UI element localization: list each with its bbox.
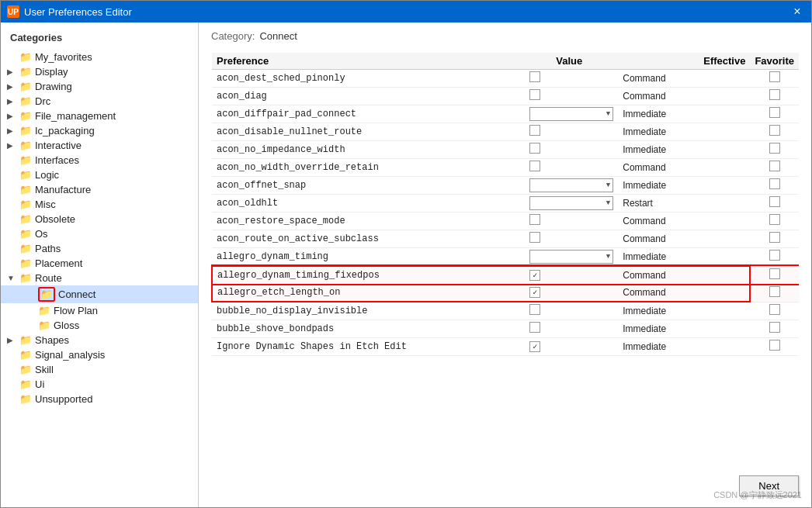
checkbox[interactable] <box>529 304 540 315</box>
folder-icon: 📁 <box>38 287 55 302</box>
pref-value[interactable] <box>525 284 618 302</box>
folder-icon: 📁 <box>19 110 32 122</box>
pref-value[interactable]: ▼ <box>525 177 618 195</box>
favorite-checkbox[interactable] <box>769 250 780 261</box>
pref-favorite[interactable] <box>750 159 799 177</box>
pref-value[interactable] <box>525 302 618 320</box>
folder-icon: 📁 <box>19 184 32 195</box>
sidebar-item-gloss[interactable]: 📁 Gloss <box>1 318 198 333</box>
pref-effective: Immediate <box>618 177 750 195</box>
sidebar-item-shapes[interactable]: ▶ 📁 Shapes <box>1 333 198 347</box>
sidebar-item-flow-plan[interactable]: 📁 Flow Plan <box>1 303 198 318</box>
folder-icon: 📁 <box>19 272 32 284</box>
title-bar-left: UP User Preferences Editor <box>7 5 132 18</box>
pref-favorite[interactable] <box>750 284 799 302</box>
pref-favorite[interactable] <box>750 213 799 230</box>
pref-favorite[interactable] <box>750 105 799 123</box>
checkbox[interactable] <box>529 270 540 281</box>
sidebar-item-manufacture[interactable]: 📁 Manufacture <box>1 182 198 197</box>
sidebar-item-drc[interactable]: ▶ 📁 Drc <box>1 94 198 109</box>
pref-effective: Immediate <box>618 338 750 356</box>
sidebar-item-ui[interactable]: 📁 Ui <box>1 377 198 392</box>
dropdown[interactable]: ▼ <box>529 107 613 121</box>
sidebar-item-skill[interactable]: 📁 Skill <box>1 362 198 377</box>
pref-favorite[interactable] <box>750 266 799 284</box>
checkbox[interactable] <box>529 232 540 243</box>
sidebar-item-interfaces[interactable]: 📁 Interfaces <box>1 153 198 168</box>
favorite-checkbox[interactable] <box>769 214 780 225</box>
pref-favorite[interactable] <box>750 230 799 248</box>
sidebar-item-label: Shapes <box>35 334 69 346</box>
folder-icon: 📁 <box>19 140 32 151</box>
sidebar-item-misc[interactable]: 📁 Misc <box>1 197 198 212</box>
checkbox[interactable] <box>529 143 540 154</box>
pref-favorite[interactable] <box>750 177 799 195</box>
pref-value[interactable]: ▼ <box>525 248 618 267</box>
pref-favorite[interactable] <box>750 123 799 141</box>
favorite-checkbox[interactable] <box>769 161 780 171</box>
main-window: UP User Preferences Editor × Categories … <box>0 0 812 508</box>
sidebar-item-obsolete[interactable]: 📁 Obsolete <box>1 212 198 226</box>
close-button[interactable]: × <box>789 4 805 19</box>
sidebar-item-interactive[interactable]: ▶ 📁 Interactive <box>1 138 198 153</box>
favorite-checkbox[interactable] <box>769 268 780 279</box>
sidebar-item-os[interactable]: 📁 Os <box>1 226 198 241</box>
checkbox[interactable] <box>529 322 540 333</box>
dropdown[interactable]: ▼ <box>529 196 613 210</box>
pref-value[interactable] <box>525 266 618 284</box>
pref-value[interactable]: ▼ <box>525 195 618 213</box>
pref-value[interactable] <box>525 88 618 105</box>
pref-value[interactable] <box>525 159 618 177</box>
favorite-checkbox[interactable] <box>769 340 780 351</box>
checkbox[interactable] <box>529 214 540 225</box>
dropdown[interactable]: ▼ <box>529 250 613 264</box>
favorite-checkbox[interactable] <box>769 232 780 243</box>
checkbox[interactable] <box>529 71 540 82</box>
sidebar-item-connect[interactable]: 📁 Connect <box>1 285 198 303</box>
pref-favorite[interactable] <box>750 302 799 320</box>
pref-favorite[interactable] <box>750 320 799 338</box>
pref-favorite[interactable] <box>750 195 799 213</box>
sidebar-item-my-favorites[interactable]: 📁 My_favorites <box>1 50 198 64</box>
pref-value[interactable] <box>525 123 618 141</box>
pref-favorite[interactable] <box>750 338 799 356</box>
sidebar-item-ic-packaging[interactable]: ▶ 📁 Ic_packaging <box>1 123 198 138</box>
sidebar-item-paths[interactable]: 📁 Paths <box>1 241 198 256</box>
sidebar-item-logic[interactable]: 📁 Logic <box>1 168 198 182</box>
favorite-checkbox[interactable] <box>769 196 780 207</box>
pref-value[interactable] <box>525 338 618 356</box>
sidebar-item-drawing[interactable]: ▶ 📁 Drawing <box>1 79 198 94</box>
pref-value[interactable] <box>525 320 618 338</box>
favorite-checkbox[interactable] <box>769 178 780 189</box>
pref-value[interactable] <box>525 70 618 88</box>
pref-value[interactable]: ▼ <box>525 105 618 123</box>
favorite-checkbox[interactable] <box>769 89 780 100</box>
checkbox[interactable] <box>529 89 540 100</box>
favorite-checkbox[interactable] <box>769 125 780 136</box>
sidebar-item-display[interactable]: ▶ 📁 Display <box>1 64 198 79</box>
pref-value[interactable] <box>525 213 618 230</box>
pref-favorite[interactable] <box>750 70 799 88</box>
pref-favorite[interactable] <box>750 141 799 159</box>
pref-favorite[interactable] <box>750 88 799 105</box>
pref-value[interactable] <box>525 230 618 248</box>
sidebar-item-signal-analysis[interactable]: 📁 Signal_analysis <box>1 347 198 362</box>
pref-favorite[interactable] <box>750 248 799 267</box>
sidebar-item-label: Signal_analysis <box>35 349 105 361</box>
checkbox[interactable] <box>529 125 540 136</box>
favorite-checkbox[interactable] <box>769 107 780 118</box>
favorite-checkbox[interactable] <box>769 322 780 333</box>
checkbox[interactable] <box>529 161 540 171</box>
checkbox[interactable] <box>529 341 540 352</box>
favorite-checkbox[interactable] <box>769 304 780 315</box>
sidebar-item-unsupported[interactable]: 📁 Unsupported <box>1 392 198 406</box>
sidebar-item-file-management[interactable]: ▶ 📁 File_management <box>1 109 198 123</box>
dropdown[interactable]: ▼ <box>529 178 613 192</box>
favorite-checkbox[interactable] <box>769 286 780 297</box>
favorite-checkbox[interactable] <box>769 71 780 82</box>
sidebar-item-placement[interactable]: 📁 Placement <box>1 256 198 271</box>
checkbox[interactable] <box>529 287 540 298</box>
pref-value[interactable] <box>525 141 618 159</box>
favorite-checkbox[interactable] <box>769 143 780 154</box>
sidebar-item-route[interactable]: ▼ 📁 Route <box>1 271 198 285</box>
